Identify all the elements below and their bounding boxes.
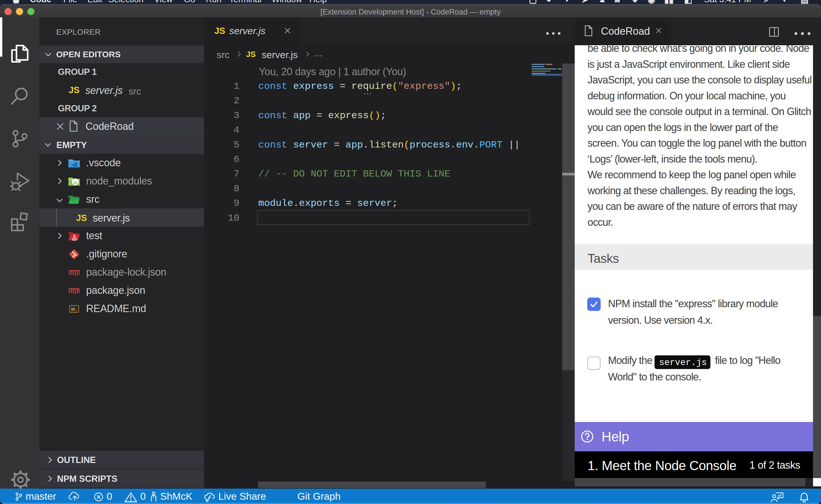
svg-text:M↓: M↓: [71, 307, 77, 312]
svg-text:</>: </>: [70, 200, 79, 205]
svg-text:JS: JS: [73, 181, 77, 185]
